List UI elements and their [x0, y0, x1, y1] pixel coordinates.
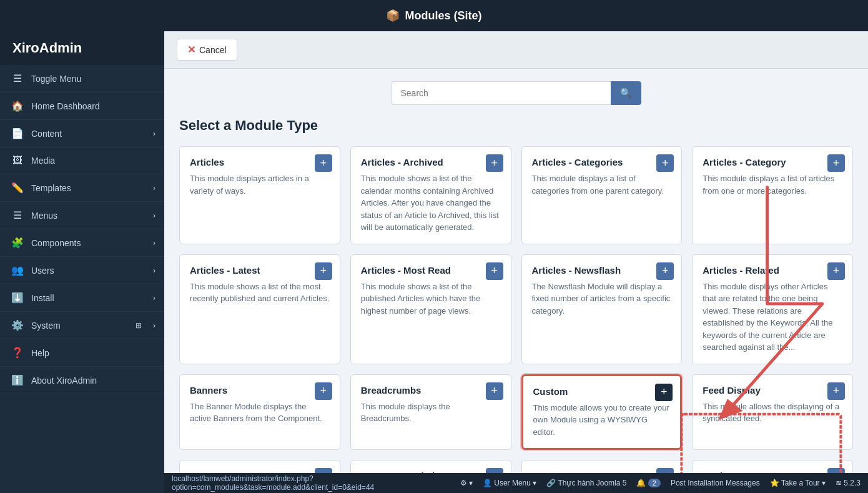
chevron-users: ›: [153, 266, 155, 275]
module-title-articles-category: Articles - Category: [703, 157, 842, 167]
module-add-breadcrumbs[interactable]: +: [486, 382, 503, 400]
module-title-articles-most-read: Articles - Most Read: [361, 265, 501, 276]
tour-link[interactable]: ⭐ Take a Tour ▾: [770, 479, 826, 487]
cancel-button[interactable]: ✕ Cancel: [177, 39, 237, 61]
sidebar-item-menus[interactable]: ☰ Menus ›: [0, 202, 164, 229]
status-bar: localhost/lamweb/administrator/index.php…: [164, 473, 868, 493]
module-add-articles-latest[interactable]: +: [315, 262, 332, 280]
sidebar-item-content[interactable]: 📄 Content ›: [0, 120, 164, 147]
sidebar-label-toggle-menu: Toggle Menu: [31, 74, 81, 84]
module-add-language-switcher[interactable]: +: [486, 468, 503, 473]
module-card-latest-users: Latest Users +: [521, 460, 683, 473]
search-bar: 🔍: [179, 81, 853, 105]
module-card-articles-latest: Articles - Latest This module shows a li…: [179, 254, 340, 364]
module-add-custom[interactable]: +: [655, 384, 673, 401]
chevron-components: ›: [153, 239, 155, 247]
home-dashboard-icon: 🏠: [10, 100, 25, 112]
sidebar-item-templates[interactable]: ✏️ Templates ›: [0, 174, 164, 202]
module-title-articles-archived: Articles - Archived: [361, 157, 501, 167]
sidebar-item-help[interactable]: ❓ Help: [0, 339, 164, 367]
status-right: ⚙ ▾ 👤 User Menu ▾ 🔗 Thực hành Joomla 5 🔔…: [460, 479, 861, 487]
sidebar-item-components[interactable]: 🧩 Components ›: [0, 229, 164, 257]
sidebar-item-install[interactable]: ⬇️ Install ›: [0, 284, 164, 312]
sidebar: XiroAdmin ☰ Toggle Menu 🏠 Home Dashboard…: [0, 31, 164, 493]
sidebar-item-users[interactable]: 👥 Users ›: [0, 257, 164, 284]
module-card-banners: Banners The Banner Module displays the a…: [179, 374, 340, 451]
toggle-menu-icon: ☰: [10, 72, 25, 84]
module-card-login: Login +: [692, 460, 853, 473]
sidebar-item-home-dashboard[interactable]: 🏠 Home Dashboard: [0, 92, 164, 120]
module-add-articles[interactable]: +: [315, 154, 332, 172]
main-content: ✕ Cancel 🔍 Select a Module Type Articles…: [164, 31, 868, 493]
module-card-breadcrumbs: Breadcrumbs This module displays the Bre…: [350, 374, 511, 451]
module-card-articles-category: Articles - Category This module displays…: [692, 146, 853, 244]
user-menu[interactable]: 👤 User Menu ▾: [483, 479, 536, 487]
module-add-articles-most-read[interactable]: +: [486, 262, 503, 280]
module-add-articles-related[interactable]: +: [827, 262, 845, 280]
module-desc-articles-category: This module displays a list of articles …: [703, 172, 842, 197]
about-icon: ℹ️: [10, 374, 25, 386]
module-add-login[interactable]: +: [827, 468, 845, 473]
chevron-install: ›: [153, 294, 155, 302]
sidebar-item-toggle-menu[interactable]: ☰ Toggle Menu: [0, 65, 164, 92]
extra-icon-system[interactable]: ⊞: [136, 321, 142, 330]
practice-label[interactable]: 🔗 Thực hành Joomla 5: [546, 479, 626, 487]
module-desc-custom: This module allows you to create your ow…: [533, 402, 671, 439]
gear-menu[interactable]: ⚙ ▾: [460, 479, 473, 487]
module-add-banners[interactable]: +: [315, 382, 332, 400]
sidebar-label-install: Install: [31, 293, 54, 303]
module-title-articles-categories: Articles - Categories: [532, 157, 672, 167]
sidebar-label-about: About XiroAdmin: [31, 376, 97, 386]
module-add-articles-categories[interactable]: +: [656, 154, 674, 172]
module-add-articles-newsflash[interactable]: +: [656, 262, 674, 280]
module-card-feed-display: Feed Display This module allows the disp…: [692, 374, 853, 451]
module-desc-articles-related: This module displays other Articles that…: [703, 281, 842, 354]
module-desc-breadcrumbs: This module displays the Breadcrumbs.: [361, 401, 501, 425]
search-container: 🔍: [392, 81, 641, 105]
module-add-articles-archived[interactable]: +: [486, 154, 503, 172]
module-card-articles: Articles This module displays articles i…: [179, 146, 340, 244]
search-input[interactable]: [392, 81, 611, 105]
topbar-icon: 📦: [386, 9, 400, 22]
section-title: Select a Module Type: [179, 117, 853, 134]
search-button[interactable]: 🔍: [611, 81, 641, 105]
brand: XiroAdmin: [0, 31, 164, 65]
module-add-feed-display[interactable]: +: [827, 382, 845, 400]
modules-grid: Articles This module displays articles i…: [179, 146, 853, 473]
module-desc-articles-latest: This module shows a list of the most rec…: [190, 281, 330, 305]
module-desc-articles-newsflash: The Newsflash Module will display a fixe…: [532, 281, 672, 317]
sidebar-item-media[interactable]: 🖼 Media: [0, 147, 164, 174]
module-card-articles-most-read: Articles - Most Read This module shows a…: [350, 254, 511, 364]
chevron-content: ›: [153, 129, 155, 138]
sidebar-item-system[interactable]: ⚙️ System ⊞ ›: [0, 312, 164, 339]
module-card-articles-categories: Articles - Categories This module displa…: [521, 146, 683, 244]
menus-icon: ☰: [10, 209, 25, 221]
module-title-banners: Banners: [190, 385, 330, 396]
sidebar-item-about[interactable]: ℹ️ About XiroAdmin: [0, 367, 164, 394]
notifications-badge[interactable]: 🔔 2: [636, 479, 660, 487]
content-icon: 📄: [10, 127, 25, 139]
sidebar-label-users: Users: [31, 266, 54, 276]
modules-grid-wrapper: Articles This module displays articles i…: [179, 146, 853, 473]
sidebar-label-media: Media: [31, 156, 55, 166]
users-icon: 👥: [10, 264, 25, 276]
module-add-articles-category[interactable]: +: [827, 154, 845, 172]
chevron-system: ›: [153, 321, 155, 330]
post-install-link[interactable]: Post Installation Messages: [671, 479, 760, 487]
module-card-articles-archived: Articles - Archived This module shows a …: [350, 146, 511, 244]
module-desc-articles: This module displays articles in a varie…: [190, 172, 330, 197]
module-title-articles-newsflash: Articles - Newsflash: [532, 265, 672, 276]
module-title-articles: Articles: [190, 157, 330, 167]
module-title-login: Login: [703, 471, 842, 473]
chevron-menus: ›: [153, 211, 155, 220]
module-add-footer[interactable]: +: [315, 468, 332, 473]
module-card-language-switcher: Language Switcher +: [350, 460, 511, 473]
module-title-articles-related: Articles - Related: [703, 265, 842, 276]
module-title-feed-display: Feed Display: [703, 385, 842, 396]
cancel-x-icon: ✕: [187, 44, 195, 56]
module-desc-articles-archived: This module shows a list of the calendar…: [361, 172, 501, 234]
version-label: ≋ 5.2.3: [836, 479, 861, 487]
module-add-latest-users[interactable]: +: [656, 468, 674, 473]
module-title-language-switcher: Language Switcher: [361, 471, 501, 473]
system-icon: ⚙️: [10, 319, 25, 331]
